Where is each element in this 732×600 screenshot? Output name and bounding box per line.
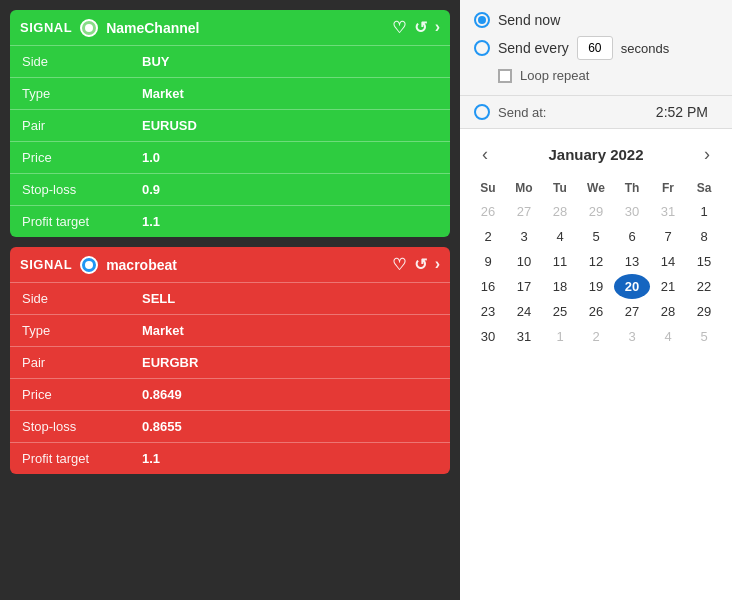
row-value: 1.1	[130, 206, 450, 238]
calendar-day[interactable]: 6	[614, 224, 650, 249]
calendar-day[interactable]: 28	[650, 299, 686, 324]
header-icons: ♡↺›	[392, 255, 440, 274]
calendar-day[interactable]: 27	[506, 199, 542, 224]
send-now-radio[interactable]	[474, 12, 490, 28]
calendar-day[interactable]: 28	[542, 199, 578, 224]
calendar-day[interactable]: 2	[470, 224, 506, 249]
left-panel: SIGNALNameChannel♡↺›SideBUYTypeMarketPai…	[0, 0, 460, 600]
calendar-day[interactable]: 12	[578, 249, 614, 274]
calendar-day[interactable]: 3	[506, 224, 542, 249]
calendar-day[interactable]: 17	[506, 274, 542, 299]
row-value: SELL	[130, 283, 450, 315]
row-label: Profit target	[10, 206, 130, 238]
calendar-day[interactable]: 5	[578, 224, 614, 249]
calendar-title: January 2022	[548, 146, 643, 163]
table-row: Profit target1.1	[10, 206, 450, 238]
calendar-day[interactable]: 24	[506, 299, 542, 324]
calendar-day[interactable]: 26	[578, 299, 614, 324]
card-header: SIGNALmacrobeat♡↺›	[10, 247, 450, 282]
send-at-label: Send at:	[498, 105, 546, 120]
row-label: Price	[10, 379, 130, 411]
send-now-row[interactable]: Send now	[474, 12, 718, 28]
calendar-day[interactable]: 11	[542, 249, 578, 274]
calendar-day[interactable]: 1	[686, 199, 722, 224]
calendar-day[interactable]: 8	[686, 224, 722, 249]
next-month-button[interactable]: ›	[698, 143, 716, 165]
row-value: 0.9	[130, 174, 450, 206]
row-label: Stop-loss	[10, 411, 130, 443]
table-row: Stop-loss0.8655	[10, 411, 450, 443]
row-label: Side	[10, 46, 130, 78]
calendar-day[interactable]: 30	[470, 324, 506, 349]
signal-label: SIGNAL	[20, 257, 72, 272]
signal-card-green-card: SIGNALNameChannel♡↺›SideBUYTypeMarketPai…	[10, 10, 450, 237]
calendar-day[interactable]: 5	[686, 324, 722, 349]
calendar-header: ‹ January 2022 ›	[470, 139, 722, 169]
calendar-day[interactable]: 15	[686, 249, 722, 274]
calendar-day[interactable]: 23	[470, 299, 506, 324]
prev-month-button[interactable]: ‹	[476, 143, 494, 165]
calendar-week-row: 16171819202122	[470, 274, 722, 299]
row-label: Side	[10, 283, 130, 315]
calendar-day[interactable]: 19	[578, 274, 614, 299]
send-at-radio[interactable]	[474, 104, 490, 120]
table-row: Price1.0	[10, 142, 450, 174]
calendar-day[interactable]: 29	[686, 299, 722, 324]
calendar-day[interactable]: 31	[650, 199, 686, 224]
calendar-day[interactable]: 29	[578, 199, 614, 224]
calendar-day[interactable]: 20	[614, 274, 650, 299]
calendar-day[interactable]: 25	[542, 299, 578, 324]
row-value: 0.8655	[130, 411, 450, 443]
forward-icon[interactable]: ›	[435, 18, 440, 37]
calendar-day[interactable]: 13	[614, 249, 650, 274]
table-row: Profit target1.1	[10, 443, 450, 475]
calendar-day[interactable]: 3	[614, 324, 650, 349]
calendar-day[interactable]: 26	[470, 199, 506, 224]
calendar-day[interactable]: 22	[686, 274, 722, 299]
calendar-day[interactable]: 31	[506, 324, 542, 349]
calendar-day[interactable]: 21	[650, 274, 686, 299]
calendar-day[interactable]: 2	[578, 324, 614, 349]
send-every-input[interactable]	[577, 36, 613, 60]
send-now-label: Send now	[498, 12, 560, 28]
refresh-icon[interactable]: ↺	[414, 18, 427, 37]
calendar-day[interactable]: 4	[650, 324, 686, 349]
seconds-label: seconds	[621, 41, 669, 56]
table-row: TypeMarket	[10, 315, 450, 347]
send-every-radio[interactable]	[474, 40, 490, 56]
weekday-header: We	[578, 177, 614, 199]
bookmark-icon[interactable]: ♡	[392, 255, 406, 274]
calendar-day[interactable]: 10	[506, 249, 542, 274]
row-value: EURGBR	[130, 347, 450, 379]
calendar: ‹ January 2022 › SuMoTuWeThFrSa 26272829…	[460, 129, 732, 600]
calendar-day[interactable]: 16	[470, 274, 506, 299]
row-value: 1.0	[130, 142, 450, 174]
calendar-grid: SuMoTuWeThFrSa 2627282930311234567891011…	[470, 177, 722, 349]
calendar-day[interactable]: 9	[470, 249, 506, 274]
calendar-day[interactable]: 30	[614, 199, 650, 224]
calendar-day[interactable]: 27	[614, 299, 650, 324]
send-at-row[interactable]: Send at: 2:52 PM	[460, 96, 732, 129]
refresh-icon[interactable]: ↺	[414, 255, 427, 274]
signal-card-red-card: SIGNALmacrobeat♡↺›SideSELLTypeMarketPair…	[10, 247, 450, 474]
row-label: Profit target	[10, 443, 130, 475]
forward-icon[interactable]: ›	[435, 255, 440, 274]
calendar-day[interactable]: 18	[542, 274, 578, 299]
header-icons: ♡↺›	[392, 18, 440, 37]
weekday-header: Mo	[506, 177, 542, 199]
bookmark-icon[interactable]: ♡	[392, 18, 406, 37]
signal-label: SIGNAL	[20, 20, 72, 35]
row-value: Market	[130, 78, 450, 110]
row-value: BUY	[130, 46, 450, 78]
loop-repeat-checkbox[interactable]	[498, 69, 512, 83]
card-header: SIGNALNameChannel♡↺›	[10, 10, 450, 45]
table-row: SideBUY	[10, 46, 450, 78]
row-value: 0.8649	[130, 379, 450, 411]
calendar-day[interactable]: 7	[650, 224, 686, 249]
send-every-row: Send every seconds	[474, 36, 718, 60]
calendar-day[interactable]: 1	[542, 324, 578, 349]
calendar-week-row: 23242526272829	[470, 299, 722, 324]
loop-repeat-label: Loop repeat	[520, 68, 589, 83]
calendar-day[interactable]: 14	[650, 249, 686, 274]
calendar-day[interactable]: 4	[542, 224, 578, 249]
